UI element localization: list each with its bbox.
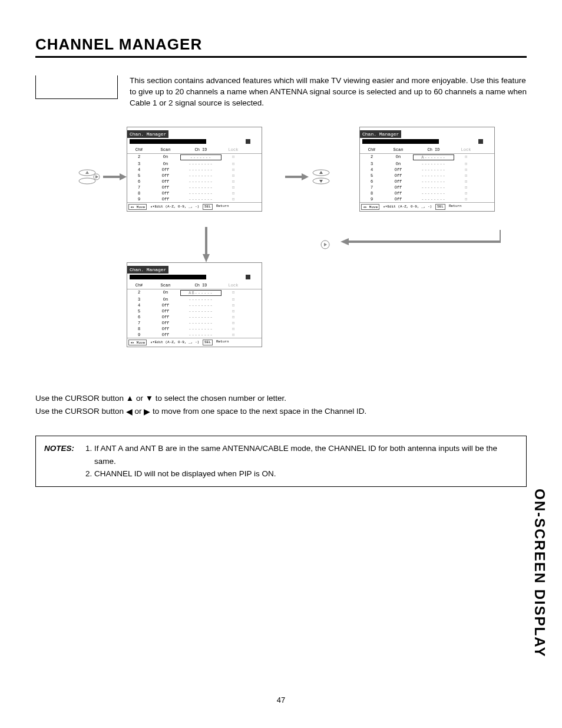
remote-cursor-updown [309,168,333,186]
col-chid: Ch ID [180,147,222,152]
table-row: 5Off--------⊡ [360,173,494,179]
table-row: 2OnA-------⊡ [360,154,494,161]
arrow-right-2 [285,172,309,182]
screen-header: Chan. Manager [127,130,168,138]
table-row: 9Off--------⊡ [360,196,494,202]
table-row: 8Off--------⊡ [127,326,262,332]
table-row: 7Off--------⊡ [127,320,262,326]
intro-text: This section contains advanced features … [130,75,527,109]
arrow-left-long [336,230,501,253]
down-triangle-icon: ▼ [146,392,153,405]
table-row: 4Off--------⊡ [360,167,494,173]
diagram-area: Chan. Manager Ch# Scan Ch ID Lock 2On---… [35,127,527,380]
notes-box: NOTES: If ANT A and ANT B are in the sam… [35,436,527,487]
note-item: If ANT A and ANT B are in the same ANTEN… [94,442,518,467]
arrow-down [200,227,212,262]
table-row: 6Off--------⊡ [360,179,494,185]
table-row: 7Off--------⊡ [127,185,262,190]
side-title: ON-SCREEN DISPLAY [531,489,548,658]
page-number: 47 [277,696,285,704]
table-row: 4Off--------⊡ [127,167,262,173]
left-triangle-icon: ◀ [126,406,133,419]
screen-2: Chan. Manager Ch#Scan Ch IDLock 2OnA----… [359,127,495,212]
col-scan: Scan [151,147,180,152]
arrow-right-1 [103,172,127,182]
table-row: 8Off--------⊡ [127,190,262,196]
table-row: 6Off--------⊡ [127,314,262,320]
table-row: 3On--------⊡ [360,161,494,167]
right-triangle-icon: ▶ [144,406,150,419]
col-ch: Ch# [127,147,151,152]
col-lock: Lock [222,147,245,152]
note-item: CHANNEL ID will not be displayed when PI… [94,467,518,480]
table-row: 2On-------⊡ [127,154,262,161]
table-row: 5Off--------⊡ [127,173,262,179]
svg-point-1 [79,178,95,184]
table-row: 4Off--------⊡ [127,302,262,308]
table-row: 7Off--------⊡ [360,185,494,190]
table-row: 9Off--------⊡ [127,332,262,338]
up-triangle-icon: ▲ [126,392,134,405]
table-row: 9Off--------⊡ [127,196,262,202]
table-row: 3On--------⊡ [127,161,262,167]
table-row: 5Off--------⊡ [127,308,262,314]
table-row: 8Off--------⊡ [360,190,494,196]
remote-cursor-right [77,168,100,186]
instructions: Use the CURSOR button ▲ or ▼ to select t… [35,392,527,418]
screen-1: Chan. Manager Ch# Scan Ch ID Lock 2On---… [127,127,262,212]
screen-3: Chan. Manager Ch#Scan Ch IDLock 2OnAB---… [127,262,262,347]
table-row: 2OnAB------⊡ [127,289,262,297]
intro-placeholder-box [35,75,118,99]
page-title: CHANNEL MANAGER [35,35,527,58]
notes-label: NOTES: [44,442,74,480]
table-row: 6Off--------⊡ [127,179,262,185]
table-row: 3On--------⊡ [127,297,262,302]
